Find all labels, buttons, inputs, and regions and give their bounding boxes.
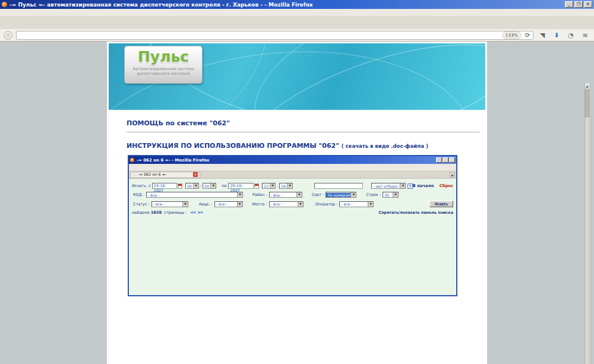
home-link: В начало: [413, 183, 434, 188]
query-input: [314, 183, 363, 189]
avar-label: Авар. :: [199, 202, 213, 207]
inner-window-titlebar: -= 062 on 6 =- - Mozilla Firefox _ ❐ ✕: [129, 156, 456, 164]
search-row-dates: Искать с 29-10-2007 00▼ : 00▼ по 29-10-2…: [132, 183, 453, 189]
avar-select: - все -▼: [214, 201, 243, 207]
inner-restore-button: ❐: [443, 157, 448, 163]
search-row-status: Статус : - все -▼ Авар. : - все -▼ Место…: [132, 201, 453, 207]
heading-divider: [127, 132, 480, 132]
found-count: 1659: [151, 210, 162, 215]
search-label: Искать: [132, 183, 146, 188]
scrollbar-up-icon[interactable]: ▲: [585, 83, 589, 89]
instruction-screenshot: -= 062 on 6 =- - Mozilla Firefox _ ❐ ✕ ◌…: [128, 155, 457, 296]
to-label: по: [222, 183, 226, 188]
from-label: с: [148, 183, 151, 188]
pagination-row: найдено 1659 , страницы : << >> Спрятать…: [132, 210, 453, 215]
inner-tab-close-icon: ✕: [193, 172, 198, 177]
scrollbar-thumb[interactable]: [585, 90, 589, 117]
search-button: Искать: [429, 201, 453, 207]
zoom-level: 133%: [502, 31, 522, 39]
minute-to-select: 59▼: [279, 183, 293, 189]
status-label: Статус :: [133, 202, 150, 207]
firefox-icon: [2, 2, 7, 7]
minute-from-select: 00▼: [203, 183, 216, 189]
mesto-select: - все -▼: [269, 201, 304, 207]
page-content: Пульс Автоматизированная система диспетч…: [107, 42, 487, 364]
reload-icon[interactable]: ⟳: [524, 31, 531, 39]
inner-tab-list-icon: ▪: [450, 172, 455, 178]
back-button[interactable]: ‹: [4, 31, 12, 40]
restore-button[interactable]: ❐: [574, 1, 583, 8]
pocket-icon[interactable]: ◥: [537, 31, 548, 39]
inner-window-title: -= 062 on 6 =- - Mozilla Firefox: [137, 158, 435, 163]
pulse-logo: Пульс Автоматизированная система диспетч…: [124, 46, 203, 84]
rayon-label: Район :: [252, 192, 267, 197]
search-row-kod: КОД : - все -▼ Район : - все -▼ Сорт : п…: [132, 192, 453, 198]
status-select: - все -▼: [151, 201, 188, 207]
navigation-bar: ‹ 133% ⟳ ◥ ⬇ ◔ ≡: [0, 29, 594, 42]
menu-bar: [0, 9, 594, 17]
minimize-button[interactable]: _: [565, 1, 573, 8]
kod-label: КОД :: [133, 192, 144, 197]
doc-download-link[interactable]: ( скачать в виде .doc-файла ): [342, 143, 428, 149]
logo-subtitle: Автоматизированная система диспетчерског…: [125, 67, 202, 76]
inner-firefox-icon: [130, 158, 134, 162]
inner-tab: ◌ -= 062 on 6 =- ✕: [130, 172, 200, 178]
account-icon[interactable]: ◔: [565, 31, 576, 39]
reset-link: Сброс: [440, 183, 453, 188]
page-viewport: Пульс Автоматизированная система диспетч…: [0, 42, 589, 364]
sort-select: по номерам▼: [326, 192, 356, 198]
inner-minimize-button: _: [436, 157, 442, 163]
search-panel: Искать с 29-10-2007 00▼ : 00▼ по 29-10-2…: [129, 179, 456, 215]
sort-label: Сорт :: [312, 192, 324, 197]
url-input[interactable]: [18, 33, 500, 38]
criteria-select: - нет отбора -▼: [371, 183, 406, 189]
operator-label: Оператор :: [315, 202, 338, 207]
tab-strip: [0, 17, 594, 29]
date-from-field: 29-10-2007: [152, 183, 177, 189]
found-label: найдено: [132, 210, 150, 215]
download-icon[interactable]: ⬇: [551, 31, 562, 39]
strok-label: Строк :: [366, 192, 381, 197]
hour-to-select: 23▼: [262, 183, 276, 189]
hamburger-menu-icon[interactable]: ≡: [580, 31, 590, 39]
kod-select: - все -▼: [146, 192, 243, 198]
rayon-select: - все -▼: [269, 192, 302, 198]
date-to-field: 29-10-2007: [228, 183, 253, 189]
window-titlebar: -= Пульс =- автоматизированная система д…: [0, 0, 594, 9]
page-scrollbar[interactable]: ▲: [584, 83, 589, 364]
logo-text: Пульс: [125, 49, 202, 65]
help-icon: ?: [407, 183, 412, 189]
calendar-from-icon: [178, 183, 182, 189]
site-banner: Пульс Автоматизированная система диспетч…: [109, 43, 485, 110]
help-heading: ПОМОЩЬ по системе "062": [127, 119, 480, 127]
hour-from-select: 00▼: [185, 183, 199, 189]
toggle-search-panel-link: Спрятать/показать панель поиска: [379, 210, 453, 215]
mesto-label: Место :: [252, 202, 267, 207]
inner-close-button: ✕: [449, 157, 455, 163]
calendar-to-icon: [254, 183, 259, 189]
inner-menu-bar: [129, 164, 456, 171]
throbber-icon: ◌: [132, 172, 136, 177]
instruction-heading: ИНСТРУКЦИЯ ПО ИСПОЛЬЗОВАНИЮ ПРОГРАММЫ "0…: [127, 142, 480, 150]
pagination-prev: <<: [190, 210, 195, 215]
strok-select: 30▼: [383, 192, 399, 198]
close-button[interactable]: ✕: [584, 1, 592, 8]
pages-label: , страницы :: [162, 210, 187, 215]
window-title: -= Пульс =- автоматизированная система д…: [10, 2, 565, 8]
pagination-next: >>: [197, 210, 203, 215]
url-bar[interactable]: 133% ⟳: [16, 31, 533, 40]
inner-tab-row: ◌ -= 062 on 6 =- ✕ ▪: [129, 171, 456, 179]
operator-select: - все -▼: [339, 201, 374, 207]
